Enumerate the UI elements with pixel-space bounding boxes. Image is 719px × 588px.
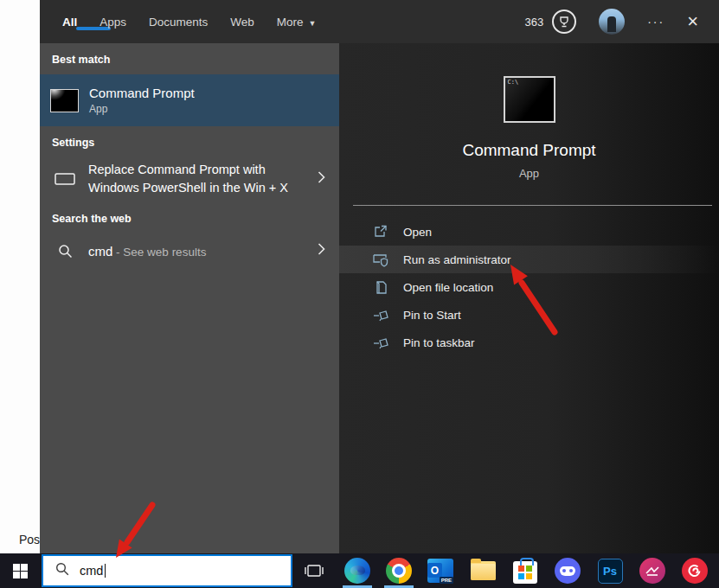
web-suffix: - See web results: [112, 246, 206, 259]
search-query-text: cmd: [80, 564, 103, 578]
pink-app-icon: [639, 558, 665, 584]
outlook-icon: O PRE: [427, 559, 453, 583]
action-open-file-location[interactable]: Open file location: [339, 273, 719, 301]
taskbar-photoshop-button[interactable]: Ps: [593, 553, 627, 588]
discord-icon: [555, 558, 581, 584]
chevron-right-icon: [318, 170, 325, 188]
search-icon: [55, 562, 69, 579]
user-avatar[interactable]: [599, 9, 625, 35]
taskbar-discord-button[interactable]: [550, 553, 585, 588]
folder-location-icon: [372, 280, 389, 295]
action-open[interactable]: Open: [339, 218, 719, 246]
photoshop-icon: Ps: [598, 559, 623, 584]
background-page-text: Pos: [19, 533, 40, 546]
preview-divider: [353, 205, 712, 206]
action-pin-to-start[interactable]: Pin to Start: [339, 301, 719, 329]
microsoft-store-icon: [513, 561, 537, 584]
preview-app-type: App: [339, 167, 719, 180]
command-prompt-icon: [50, 89, 79, 112]
background-page: Pos: [0, 0, 40, 553]
taskbar-file-explorer-button[interactable]: [465, 553, 500, 588]
taskbar-pink-app-button[interactable]: [635, 553, 670, 588]
rewards-trophy-icon: [552, 10, 576, 34]
screen: Pos All Apps Documents Web More▼ 363: [0, 0, 719, 588]
taskbar-outlook-button[interactable]: O PRE: [423, 553, 458, 588]
file-explorer-icon: [471, 561, 496, 580]
action-pin-to-taskbar[interactable]: Pin to taskbar: [339, 329, 719, 356]
chrome-icon: [386, 558, 412, 584]
red-swirl-app-icon: [682, 558, 708, 584]
taskbar-store-button[interactable]: [508, 553, 542, 588]
chevron-down-icon: ▼: [309, 19, 317, 28]
search-filter-bar: All Apps Documents Web More▼ 363: [40, 0, 719, 43]
tab-documents[interactable]: Documents: [149, 12, 208, 32]
command-prompt-icon-large: C:\: [504, 76, 555, 123]
action-run-as-administrator[interactable]: Run as administrator: [339, 246, 719, 273]
result-title: Command Prompt: [89, 86, 195, 100]
settings-display-icon: [50, 172, 80, 186]
task-view-icon: [305, 563, 324, 578]
filter-tabs: All Apps Documents Web More▼: [40, 12, 317, 32]
rewards-points: 363: [524, 16, 543, 29]
open-window-icon: [372, 225, 389, 239]
taskbar-search-input[interactable]: cmd: [42, 554, 292, 587]
search-flyout: All Apps Documents Web More▼ 363: [40, 0, 719, 553]
search-icon: [50, 244, 80, 259]
best-match-header: Best match: [52, 54, 110, 66]
result-command-prompt[interactable]: Command Prompt App: [40, 74, 339, 126]
pin-icon: [372, 336, 389, 349]
outlook-preview-badge: PRE: [440, 577, 453, 584]
pin-icon: [372, 309, 389, 322]
result-settings-item[interactable]: Replace Command Prompt with Windows Powe…: [40, 154, 339, 204]
settings-item-label: Replace Command Prompt with Windows Powe…: [88, 161, 289, 197]
result-web-search[interactable]: cmd - See web results: [40, 235, 339, 266]
settings-header: Settings: [52, 137, 94, 149]
action-list: Open Run as administrator: [339, 218, 719, 356]
search-results-body: Best match Command Prompt App Settings: [40, 43, 719, 553]
start-button[interactable]: [0, 553, 40, 588]
tab-all[interactable]: All: [62, 12, 77, 32]
preview-panel: C:\ Command Prompt App Op: [339, 43, 719, 553]
taskbar: cmd O PRE: [0, 553, 719, 588]
web-query: cmd: [88, 244, 112, 259]
terminal-prompt-text: C:\: [508, 79, 519, 86]
text-caret: [105, 564, 106, 578]
tab-more[interactable]: More▼: [277, 12, 317, 32]
close-icon[interactable]: ×: [687, 12, 698, 31]
results-list: Best match Command Prompt App Settings: [40, 43, 339, 553]
admin-shield-icon: [372, 252, 389, 267]
taskbar-edge-button[interactable]: [340, 553, 375, 588]
tab-web[interactable]: Web: [230, 12, 254, 32]
result-subtitle: App: [89, 103, 195, 115]
chevron-right-icon: [318, 242, 325, 259]
overflow-menu-icon[interactable]: ···: [647, 15, 664, 29]
taskbar-red-app-button[interactable]: [677, 553, 712, 588]
rewards-widget[interactable]: 363: [524, 10, 576, 34]
preview-app-title: Command Prompt: [339, 141, 719, 160]
edge-icon: [344, 558, 370, 584]
task-view-button[interactable]: [299, 553, 329, 588]
tab-apps[interactable]: Apps: [100, 12, 126, 32]
windows-logo-icon: [13, 564, 28, 578]
header-right-cluster: 363 ··· ×: [524, 9, 719, 35]
search-web-header: Search the web: [52, 213, 132, 225]
taskbar-chrome-button[interactable]: [382, 553, 416, 588]
